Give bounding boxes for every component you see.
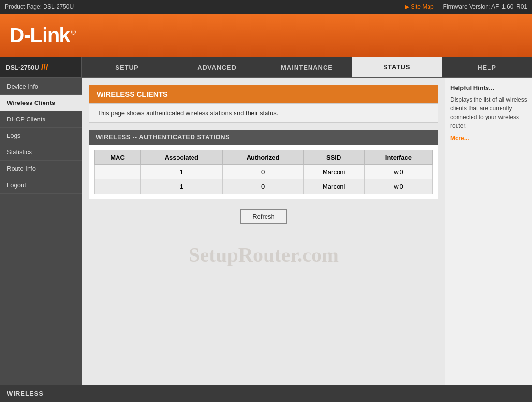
tab-help[interactable]: HELP bbox=[442, 57, 532, 77]
top-bar: Product Page: DSL-2750U Site Map Firmwar… bbox=[0, 0, 532, 14]
help-panel: Helpful Hints... Displays the list of al… bbox=[445, 78, 532, 385]
table-wrapper: MAC Associated Authorized SSID Interface… bbox=[89, 145, 438, 199]
sidebar-item-device-info[interactable]: Device Info bbox=[0, 78, 82, 95]
cell-mac-2 bbox=[95, 179, 141, 194]
tab-advanced[interactable]: ADVANCED bbox=[172, 57, 262, 77]
device-model-tab: DSL-2750U /// bbox=[0, 57, 82, 77]
site-map-link[interactable]: Site Map bbox=[405, 3, 434, 10]
refresh-button[interactable]: Refresh bbox=[240, 209, 287, 224]
wireless-clients-table: MAC Associated Authorized SSID Interface… bbox=[94, 150, 433, 194]
cell-authorized-2: 0 bbox=[222, 179, 303, 194]
help-title: Helpful Hints... bbox=[450, 84, 527, 91]
header: D-Link® bbox=[0, 14, 532, 57]
cell-interface-1: wl0 bbox=[364, 165, 432, 179]
cell-ssid-1: Marconi bbox=[303, 165, 364, 179]
sidebar-item-logs[interactable]: Logs bbox=[0, 128, 82, 144]
page-description: This page shows authenticated wireless s… bbox=[89, 103, 438, 123]
cell-interface-2: wl0 bbox=[364, 179, 432, 194]
firmware-version: Firmware Version: AF_1.60_R01 bbox=[443, 3, 527, 10]
bottom-bar: WIRELESS bbox=[0, 385, 532, 402]
logo: D-Link® bbox=[10, 24, 75, 47]
sidebar-item-logout[interactable]: Logout bbox=[0, 177, 82, 194]
col-associated: Associated bbox=[141, 150, 223, 165]
watermark: SetupRouter.com bbox=[82, 234, 445, 276]
nav-slashes: /// bbox=[41, 62, 48, 73]
cell-authorized-1: 0 bbox=[222, 165, 303, 179]
table-section-header: WIRELESS -- AUTHENTICATED STATIONS bbox=[89, 130, 438, 145]
product-page-label: Product Page: DSL-2750U bbox=[5, 3, 74, 10]
col-interface: Interface bbox=[364, 150, 432, 165]
sidebar-item-statistics[interactable]: Statistics bbox=[0, 144, 82, 161]
main-container: Device Info Wireless Clients DHCP Client… bbox=[0, 78, 532, 385]
help-more-link[interactable]: More... bbox=[450, 135, 527, 142]
page-title: WIRELESS CLIENTS bbox=[89, 85, 438, 103]
table-row: 1 0 Marconi wl0 bbox=[95, 165, 433, 179]
tab-setup[interactable]: SETUP bbox=[82, 57, 172, 77]
cell-associated-2: 1 bbox=[141, 179, 223, 194]
table-row: 1 0 Marconi wl0 bbox=[95, 179, 433, 194]
tab-maintenance[interactable]: MAINTENANCE bbox=[262, 57, 352, 77]
top-bar-right: Site Map Firmware Version: AF_1.60_R01 bbox=[405, 3, 527, 10]
bottom-bar-label: WIRELESS bbox=[7, 390, 44, 397]
col-mac: MAC bbox=[95, 150, 141, 165]
col-ssid: SSID bbox=[303, 150, 364, 165]
sidebar-item-route-info[interactable]: Route Info bbox=[0, 161, 82, 177]
cell-ssid-2: Marconi bbox=[303, 179, 364, 194]
content-area: WIRELESS CLIENTS This page shows authent… bbox=[82, 78, 445, 385]
cell-associated-1: 1 bbox=[141, 165, 223, 179]
wireless-stations-section: WIRELESS -- AUTHENTICATED STATIONS MAC A… bbox=[89, 130, 438, 199]
cell-mac-1 bbox=[95, 165, 141, 179]
sidebar-item-dhcp-clients[interactable]: DHCP Clients bbox=[0, 111, 82, 128]
button-area: Refresh bbox=[82, 199, 445, 234]
sidebar-item-wireless-clients[interactable]: Wireless Clients bbox=[0, 95, 82, 111]
nav-tabs: DSL-2750U /// SETUP ADVANCED MAINTENANCE… bbox=[0, 57, 532, 78]
help-text: Displays the list of all wireless client… bbox=[450, 95, 527, 130]
sidebar: Device Info Wireless Clients DHCP Client… bbox=[0, 78, 82, 385]
logo-trademark: ® bbox=[71, 29, 75, 36]
col-authorized: Authorized bbox=[222, 150, 303, 165]
tab-status[interactable]: STATUS bbox=[352, 57, 442, 77]
